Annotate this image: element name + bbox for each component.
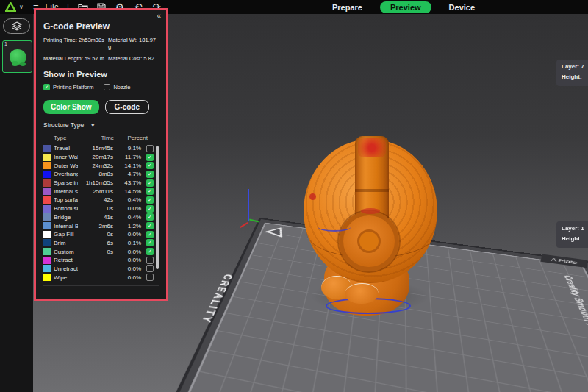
structure-color-swatch: [43, 145, 51, 152]
structure-time: 0s: [81, 249, 113, 255]
plate-thumbnail-number: 1: [4, 41, 7, 46]
table-scrollbar[interactable]: [156, 146, 159, 269]
structure-time: 2m6s: [81, 223, 113, 229]
structure-percent: 4.7%: [116, 171, 141, 177]
model-red-detail: [358, 138, 386, 157]
layers-tool-button[interactable]: [3, 18, 30, 34]
structure-percent: 0.4%: [116, 214, 141, 221]
gcode-button[interactable]: G-code: [105, 100, 149, 114]
structure-color-swatch: [43, 196, 51, 204]
structure-time: 0s: [81, 205, 113, 212]
structure-label: Internal solid infill: [54, 188, 78, 195]
structure-row[interactable]: Gap Fill 0s 0.0% ✓: [43, 230, 154, 239]
plate-tab-label[interactable]: A Plate: [540, 254, 587, 268]
structure-color-swatch: [43, 274, 51, 281]
structure-visibility-checkbox[interactable]: ✓: [146, 196, 154, 204]
structure-row[interactable]: Travel 15m45s 9.1%: [43, 144, 154, 153]
material-length: Material Length: 59.57 m: [43, 55, 108, 62]
structure-label: Travel: [54, 145, 78, 152]
printing-time: Printing Time: 2h53m38s: [43, 37, 108, 50]
chevron-down-icon[interactable]: ∨: [19, 4, 24, 10]
structure-color-swatch: [43, 222, 51, 229]
color-show-button[interactable]: Color Show: [43, 100, 99, 114]
structure-percent: 0.0%: [116, 274, 141, 281]
structure-visibility-checkbox[interactable]: ✓: [146, 188, 154, 195]
structure-percent: 0.0%: [116, 266, 141, 272]
structure-row[interactable]: Brim 6s 0.1% ✓: [43, 239, 154, 248]
structure-row[interactable]: Custom 0s 0.0% ✓: [43, 247, 154, 256]
tab-device[interactable]: Device: [449, 3, 475, 12]
height-value: Height:: [562, 234, 588, 244]
structure-time: 8m8s: [81, 171, 113, 177]
caret-down-icon: ▾: [91, 122, 94, 129]
structure-visibility-checkbox[interactable]: ✓: [146, 231, 154, 238]
panel-divider: [43, 285, 159, 286]
nozzle-checkbox[interactable]: Nozzle: [104, 84, 130, 90]
structure-visibility-checkbox[interactable]: [146, 274, 154, 281]
model-red-detail: [361, 208, 380, 214]
structure-row[interactable]: Inner Wall 20m17s 11.7% ✓: [43, 153, 154, 162]
model-strap-seam: [355, 189, 389, 192]
structure-visibility-checkbox[interactable]: ✓: [146, 205, 154, 213]
structure-visibility-checkbox[interactable]: [146, 145, 154, 152]
structure-label: Brim: [54, 240, 78, 246]
structure-visibility-checkbox[interactable]: [146, 257, 154, 264]
structure-visibility-checkbox[interactable]: ✓: [146, 248, 154, 255]
collapse-panel-icon[interactable]: «: [157, 12, 161, 20]
structure-visibility-checkbox[interactable]: ✓: [146, 154, 154, 161]
structure-visibility-checkbox[interactable]: ✓: [146, 239, 154, 246]
structure-color-swatch: [43, 257, 51, 264]
structure-color-swatch: [43, 205, 51, 213]
plate-thumbnail[interactable]: 1: [2, 40, 32, 73]
structure-row[interactable]: Unretract 0.0%: [43, 265, 154, 274]
model-red-detail: [309, 193, 316, 200]
material-cost: Material Cost: 5.82: [108, 55, 159, 62]
structure-row[interactable]: Top surface 42s 0.4% ✓: [43, 196, 154, 204]
left-sidebar: 1: [0, 14, 33, 392]
structure-row[interactable]: Sparse infill 1h15m55s 43.7% ✓: [43, 179, 154, 188]
structure-row[interactable]: Outer Wall 24m32s 14.1% ✓: [43, 161, 154, 170]
structure-row[interactable]: Wipe 0.0%: [43, 273, 154, 282]
structure-color-swatch: [43, 188, 51, 195]
structure-percent: 0.0%: [116, 231, 141, 238]
structure-row[interactable]: Internal solid infill 25m11s 14.5% ✓: [43, 187, 154, 196]
structure-percent: 0.0%: [116, 257, 141, 263]
structure-label: Overhang Wall: [54, 171, 78, 177]
tab-preview[interactable]: Preview: [380, 1, 431, 13]
structure-row[interactable]: Retract 0.0%: [43, 256, 154, 265]
structure-percent: 0.1%: [116, 240, 141, 246]
height-value: Height:: [562, 72, 588, 82]
structure-visibility-checkbox[interactable]: ✓: [146, 213, 154, 221]
structure-time: 24m32s: [81, 163, 113, 169]
structure-visibility-checkbox[interactable]: ✓: [146, 179, 154, 187]
structure-percent: 1.2%: [116, 223, 141, 229]
structure-label: Inner Wall: [54, 154, 78, 160]
structure-visibility-checkbox[interactable]: ✓: [146, 222, 154, 229]
structure-row[interactable]: Internal Bridge 2m6s 1.2% ✓: [43, 221, 154, 230]
structure-label: Internal Bridge: [54, 223, 78, 229]
structure-time: 0s: [81, 231, 113, 238]
structure-row[interactable]: Bottom surface 0s 0.0% ✓: [43, 204, 154, 213]
printing-platform-checkbox[interactable]: ✓ Printing Platform: [43, 84, 93, 90]
gcode-preview-panel: « G-code Preview Printing Time: 2h53m38s…: [34, 8, 168, 301]
structure-percent: 11.7%: [116, 154, 141, 160]
structure-label: Unretract: [54, 266, 78, 272]
structure-time: 41s: [81, 214, 113, 221]
structure-color-swatch: [43, 171, 51, 178]
material-weight: Material Wt: 181.97 g: [108, 37, 159, 50]
axis-z-indicator: [248, 189, 249, 221]
structure-visibility-checkbox[interactable]: ✓: [146, 171, 154, 178]
structure-visibility-checkbox[interactable]: ✓: [146, 162, 154, 169]
structure-color-swatch: [43, 265, 51, 272]
structure-label: Wipe: [54, 274, 78, 281]
structure-row[interactable]: Bridge 41s 0.4% ✓: [43, 213, 154, 222]
checkbox-checked-icon: ✓: [43, 84, 50, 90]
structure-label: Bottom surface: [54, 205, 78, 212]
structure-visibility-checkbox[interactable]: [146, 265, 154, 272]
structure-row[interactable]: Overhang Wall 8m8s 4.7% ✓: [43, 170, 154, 179]
structure-label: Custom: [54, 249, 78, 255]
structure-type-dropdown[interactable]: Structure Type ▾: [43, 121, 159, 129]
layer-value: Layer: 7: [562, 62, 588, 72]
structure-color-swatch: [43, 154, 51, 161]
tab-prepare[interactable]: Prepare: [332, 3, 362, 12]
